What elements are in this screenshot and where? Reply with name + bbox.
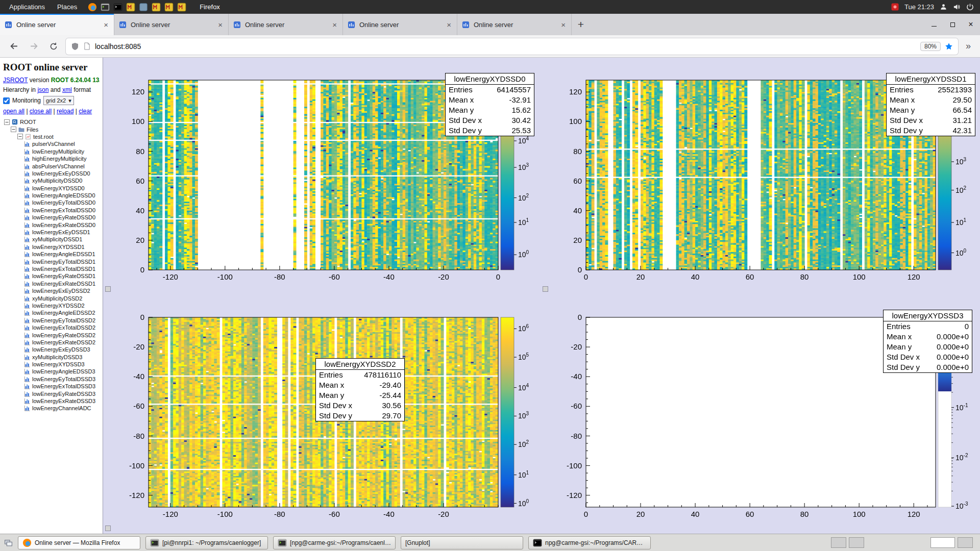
tray-window-2[interactable] [849, 537, 864, 548]
tree-item-lowEnergyAngleEDSSD3[interactable]: lowEnergyAngleEDSSD3 [3, 368, 100, 375]
taskbar-button-3[interactable]: [npg@carme-gsi:~/Programs/caenlo...] [273, 536, 396, 549]
tree-item-lowEnergyExEyDSSD3[interactable]: lowEnergyExEyDSSD3 [3, 346, 100, 353]
tree-item-lowEnergyMultiplicity[interactable]: lowEnergyMultiplicity [3, 148, 100, 155]
tab-1[interactable]: Online server× [0, 14, 114, 35]
tree-item-lowEnergyEyTotalDSSD0[interactable]: lowEnergyEyTotalDSSD0 [3, 199, 100, 206]
stats-box-lowEnergyXYDSSD0[interactable]: lowEnergyXYDSSD0Entries64145557Mean x-32… [445, 73, 534, 136]
tree-node-root[interactable]: ROOT [3, 118, 100, 126]
tab-4[interactable]: Online server× [343, 14, 457, 35]
clear-link[interactable]: clear [79, 108, 92, 115]
close-button[interactable]: × [962, 14, 980, 35]
back-button[interactable] [6, 39, 21, 54]
taskbar-button-4[interactable]: [Gnuplot] [401, 536, 523, 549]
tree-item-highEnergyMultiplicity[interactable]: highEnergyMultiplicity [3, 155, 100, 162]
workspace-current[interactable] [930, 537, 955, 548]
tree-item-lowEnergyExRateDSSD2[interactable]: lowEnergyExRateDSSD2 [3, 339, 100, 346]
tree-item-lowEnergyAngleEDSSD2[interactable]: lowEnergyAngleEDSSD2 [3, 309, 100, 316]
tab-close-icon[interactable]: × [331, 20, 338, 29]
tree-item-lowEnergyEyRateDSSD1[interactable]: lowEnergyEyRateDSSD1 [3, 272, 100, 280]
layout-select[interactable]: grid 2x2 ▾ [43, 96, 74, 105]
taskbar-button-2[interactable]: [pi@nnrpi1: ~/Programs/caenlogger] [145, 536, 268, 549]
overflow-chevron-icon[interactable]: » [963, 41, 974, 52]
tab-2[interactable]: Online server× [114, 14, 229, 35]
workspace-other[interactable] [958, 537, 973, 548]
medm-launcher[interactable] [164, 2, 174, 12]
tree-item-lowEnergyXYDSSD3[interactable]: lowEnergyXYDSSD3 [3, 361, 100, 368]
open-all-link[interactable]: open all [3, 108, 24, 115]
tree-item-lowEnergyExRateDSSD1[interactable]: lowEnergyExRateDSSD1 [3, 280, 100, 287]
record-indicator-icon[interactable] [891, 3, 899, 11]
menu-applications[interactable]: Applications [3, 0, 51, 14]
tree-item-lowEnergyEyTotalDSSD3[interactable]: lowEnergyEyTotalDSSD3 [3, 375, 100, 383]
tree-item-lowEnergyEyTotalDSSD1[interactable]: lowEnergyEyTotalDSSD1 [3, 258, 100, 265]
tab-close-icon[interactable]: × [446, 20, 452, 29]
restore-button[interactable] [943, 14, 962, 35]
tree-item-pulserVsChannel[interactable]: pulserVsChannel [3, 140, 100, 147]
stats-box-lowEnergyXYDSSD2[interactable]: lowEnergyXYDSSD2Entries478116110Mean x-2… [315, 358, 405, 421]
medm-launcher[interactable] [126, 2, 135, 12]
tree-item-lowEnergyXYDSSD0[interactable]: lowEnergyXYDSSD0 [3, 185, 100, 192]
forward-button[interactable] [26, 39, 41, 54]
volume-icon[interactable] [953, 3, 961, 11]
tree-node-testroot[interactable]: test.root [3, 133, 100, 140]
tree-item-lowEnergyEyTotalDSSD2[interactable]: lowEnergyEyTotalDSSD2 [3, 317, 100, 324]
tab-close-icon[interactable]: × [217, 20, 224, 29]
url-text[interactable]: localhost:8085 [95, 42, 916, 51]
tree-item-xyMultiplicityDSSD3[interactable]: xyMultiplicityDSSD3 [3, 354, 100, 361]
collapse-toggle-icon[interactable] [17, 134, 23, 139]
power-icon[interactable] [966, 3, 974, 11]
zoom-indicator[interactable]: 80% [920, 42, 941, 51]
new-tab-button[interactable]: + [572, 14, 590, 35]
page-info-icon[interactable] [83, 42, 91, 50]
reload-link[interactable]: reload [57, 108, 74, 115]
tree-item-lowEnergyXYDSSD2[interactable]: lowEnergyXYDSSD2 [3, 302, 100, 309]
tree-item-lowEnergyExTotalDSSD1[interactable]: lowEnergyExTotalDSSD1 [3, 265, 100, 272]
tree-item-lowEnergyChannelADC[interactable]: lowEnergyChannelADC [3, 405, 100, 412]
tab-3[interactable]: Online server× [229, 14, 343, 35]
tree-item-xyMultiplicityDSSD0[interactable]: xyMultiplicityDSSD0 [3, 177, 100, 184]
show-desktop-icon[interactable] [4, 538, 13, 547]
monitoring-checkbox[interactable] [3, 97, 10, 104]
tree-item-lowEnergyEyRateDSSD3[interactable]: lowEnergyEyRateDSSD3 [3, 390, 100, 397]
tree-item-lowEnergyXYDSSD1[interactable]: lowEnergyXYDSSD1 [3, 243, 100, 251]
url-bar[interactable]: localhost:8085 80% [66, 38, 958, 55]
tree-item-xyMultiplicityDSSD1[interactable]: xyMultiplicityDSSD1 [3, 236, 100, 243]
tree-item-lowEnergyExRateDSSD0[interactable]: lowEnergyExRateDSSD0 [3, 221, 100, 228]
tree-node-files[interactable]: Files [3, 126, 100, 133]
taskbar-button-5[interactable]: npg@carme-gsi:~/Programs/CARME... [528, 536, 651, 549]
pad-resize-grip-2[interactable] [543, 286, 548, 292]
xml-link[interactable]: xml [62, 86, 72, 93]
tree-item-lowEnergyExTotalDSSD2[interactable]: lowEnergyExTotalDSSD2 [3, 324, 100, 331]
pad-resize-grip-1[interactable] [105, 286, 111, 292]
collapse-toggle-icon[interactable] [11, 127, 16, 132]
collapse-toggle-icon[interactable] [4, 119, 10, 125]
tree-item-lowEnergyAngleEDSSD1[interactable]: lowEnergyAngleEDSSD1 [3, 251, 100, 258]
shield-icon[interactable] [71, 42, 79, 51]
tree-item-lowEnergyExEyDSSD0[interactable]: lowEnergyExEyDSSD0 [3, 170, 100, 177]
menu-places[interactable]: Places [51, 0, 83, 14]
tree-item-xyMultiplicityDSSD2[interactable]: xyMultiplicityDSSD2 [3, 294, 100, 302]
stats-box-lowEnergyXYDSSD1[interactable]: lowEnergyXYDSSD1Entries25521393Mean x29.… [886, 73, 975, 136]
taskbar-button-1[interactable]: Online server — Mozilla Firefox [18, 536, 140, 549]
user-icon[interactable] [940, 3, 947, 11]
json-link[interactable]: json [37, 86, 48, 93]
pad-resize-grip-3[interactable] [105, 525, 111, 531]
medm-launcher[interactable] [151, 2, 161, 12]
stats-box-lowEnergyXYDSSD3[interactable]: lowEnergyXYDSSD3Entries0Mean x0.000e+0Me… [883, 310, 972, 373]
tree-item-lowEnergyExTotalDSSD3[interactable]: lowEnergyExTotalDSSD3 [3, 383, 100, 390]
close-all-link[interactable]: close all [30, 108, 52, 115]
firefox-launcher[interactable] [87, 2, 97, 12]
medm-launcher[interactable] [177, 2, 186, 12]
minimize-button[interactable] [925, 14, 943, 35]
tree-item-lowEnergyEyRateDSSD2[interactable]: lowEnergyEyRateDSSD2 [3, 331, 100, 338]
tree-item-lowEnergyAngleEDSSD0[interactable]: lowEnergyAngleEDSSD0 [3, 192, 100, 199]
bookmark-star-icon[interactable] [945, 42, 953, 51]
tray-window-1[interactable] [831, 537, 846, 548]
tree-item-lowEnergyEyRateDSSD0[interactable]: lowEnergyEyRateDSSD0 [3, 214, 100, 221]
tab-5[interactable]: Online server× [457, 14, 572, 35]
app-launcher[interactable] [138, 2, 148, 12]
tree-item-lowEnergyExRateDSSD3[interactable]: lowEnergyExRateDSSD3 [3, 397, 100, 405]
tree-item-lowEnergyExEyDSSD1[interactable]: lowEnergyExEyDSSD1 [3, 229, 100, 236]
tab-close-icon[interactable]: × [103, 20, 109, 29]
histogram-lowEnergyXYDSSD1[interactable] [586, 80, 936, 270]
